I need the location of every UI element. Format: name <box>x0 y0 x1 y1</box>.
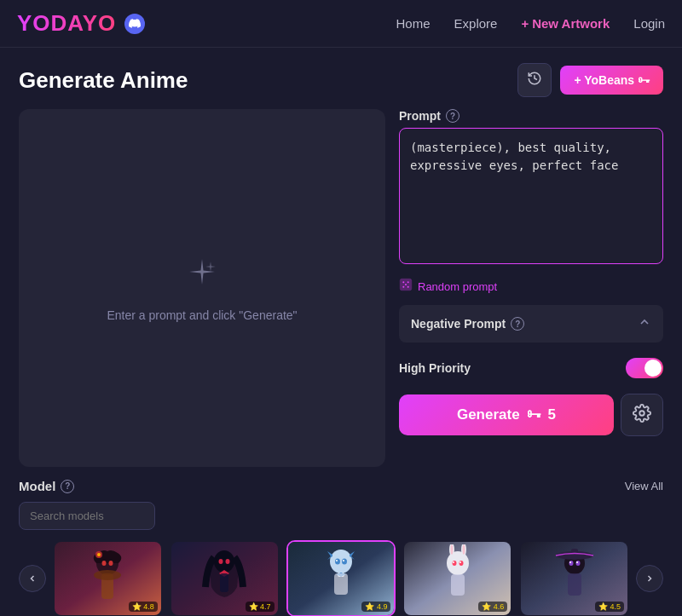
svg-point-15 <box>219 559 223 564</box>
svg-point-12 <box>102 561 107 566</box>
svg-point-1 <box>402 281 404 283</box>
nav-right: Home Explore + New Artwork Login <box>396 16 665 31</box>
svg-point-18 <box>330 550 352 573</box>
high-priority-label: High Priority <box>399 361 471 375</box>
main-content: Enter a prompt and click "Generate" Prom… <box>0 109 682 467</box>
model-label-row: Model ? View All <box>19 479 663 493</box>
discord-badge[interactable] <box>124 14 145 34</box>
history-button[interactable] <box>517 63 552 97</box>
preview-panel: Enter a prompt and click "Generate" <box>19 109 385 467</box>
page-header: Generate Anime + YoBeans 🗝 <box>0 48 682 109</box>
high-priority-toggle[interactable] <box>626 358 663 378</box>
generate-cost: 5 <box>548 406 556 423</box>
svg-point-25 <box>447 551 469 575</box>
star-badge: ⭐ 4.8 <box>129 602 158 612</box>
yobeans-button[interactable]: + YoBeans 🗝 <box>560 66 663 95</box>
svg-point-9 <box>97 553 101 556</box>
svg-point-20 <box>335 559 340 565</box>
navbar: YODAYO Home Explore + New Artwork Login <box>0 0 682 48</box>
settings-button[interactable] <box>621 394 663 436</box>
model-section: Model ? View All <box>0 467 682 616</box>
random-prompt-button[interactable]: Random prompt <box>399 278 663 295</box>
model-card[interactable]: ⭐ 4.6 <box>402 540 512 616</box>
new-artwork-label: New Artwork <box>532 16 610 31</box>
star-badge: ⭐ 4.9 <box>361 602 390 612</box>
generate-row: Generate 🗝 5 <box>399 394 663 436</box>
yobeans-label: + YoBeans 🗝 <box>574 73 650 87</box>
carousel-next-button[interactable] <box>636 565 663 592</box>
history-icon <box>527 71 542 90</box>
svg-point-13 <box>109 561 113 566</box>
dice-icon <box>399 278 413 295</box>
svg-rect-42 <box>568 573 581 596</box>
sparkle-icon <box>185 255 219 296</box>
svg-point-5 <box>405 284 407 285</box>
generate-label: Generate <box>457 406 520 423</box>
prompt-label: Prompt ? <box>399 109 663 123</box>
random-prompt-label: Random prompt <box>418 280 497 293</box>
model-label: Model ? <box>19 479 74 493</box>
svg-point-41 <box>576 561 578 563</box>
model-carousel: ⭐ 4.8 <box>19 540 663 616</box>
prompt-section: Prompt ? (masterpiece), best quality, ex… <box>399 109 663 268</box>
nav-new-artwork[interactable]: + New Artwork <box>521 16 610 31</box>
svg-point-30 <box>452 561 456 566</box>
nav-left: YODAYO <box>17 10 145 37</box>
nav-login[interactable]: Login <box>633 16 665 31</box>
svg-point-3 <box>402 286 404 288</box>
star-badge: ⭐ 4.7 <box>246 602 275 612</box>
prompt-help-icon[interactable]: ? <box>446 109 459 123</box>
page-title: Generate Anime <box>19 67 188 94</box>
preview-box: Enter a prompt and click "Generate" <box>19 109 385 467</box>
model-search-input[interactable] <box>19 502 155 530</box>
svg-point-33 <box>459 561 461 563</box>
star-badge: ⭐ 4.6 <box>478 602 507 612</box>
plus-icon: + <box>521 16 529 31</box>
logo[interactable]: YODAYO <box>17 10 116 37</box>
svg-point-38 <box>569 561 573 566</box>
generate-key-icon: 🗝 <box>527 406 541 423</box>
star-badge: ⭐ 4.5 <box>595 602 624 612</box>
svg-point-11 <box>94 570 121 580</box>
model-card-active[interactable]: ⭐ 4.9 <box>286 540 396 616</box>
svg-rect-17 <box>220 573 228 592</box>
model-cards: ⭐ 4.8 <box>46 540 636 616</box>
svg-point-39 <box>575 561 580 566</box>
controls-panel: Prompt ? (masterpiece), best quality, ex… <box>399 109 663 467</box>
svg-point-4 <box>407 286 409 288</box>
svg-point-21 <box>342 559 347 565</box>
generate-button[interactable]: Generate 🗝 5 <box>399 394 614 435</box>
model-card[interactable]: ⭐ 4.7 <box>170 540 280 616</box>
svg-point-2 <box>407 281 409 283</box>
svg-point-32 <box>453 561 454 563</box>
neg-prompt-label: Negative Prompt ? <box>411 317 524 331</box>
svg-point-16 <box>226 559 230 564</box>
prompt-textarea[interactable]: (masterpiece), best quality, expressive … <box>399 128 663 264</box>
model-card[interactable]: ⭐ 4.8 <box>53 540 163 616</box>
svg-point-28 <box>450 544 453 555</box>
view-all-button[interactable]: View All <box>625 480 663 492</box>
svg-point-22 <box>336 560 338 561</box>
nav-home[interactable]: Home <box>396 16 431 31</box>
svg-point-23 <box>343 560 344 561</box>
svg-rect-24 <box>334 573 348 595</box>
header-actions: + YoBeans 🗝 <box>517 63 663 97</box>
svg-point-40 <box>569 561 571 563</box>
chevron-up-icon <box>638 315 651 332</box>
settings-icon <box>633 404 651 427</box>
neg-prompt-help-icon[interactable]: ? <box>511 317 524 331</box>
model-card[interactable]: ⭐ 4.5 <box>519 540 629 616</box>
model-help-icon[interactable]: ? <box>61 480 74 493</box>
carousel-prev-button[interactable] <box>19 565 46 592</box>
svg-rect-34 <box>451 574 465 596</box>
high-priority-row: High Priority <box>399 353 663 383</box>
nav-explore[interactable]: Explore <box>454 16 498 31</box>
negative-prompt-header[interactable]: Negative Prompt ? <box>399 305 663 343</box>
svg-point-31 <box>459 561 463 566</box>
svg-point-6 <box>639 411 644 416</box>
preview-hint: Enter a prompt and click "Generate" <box>107 308 297 322</box>
svg-point-29 <box>462 544 465 555</box>
